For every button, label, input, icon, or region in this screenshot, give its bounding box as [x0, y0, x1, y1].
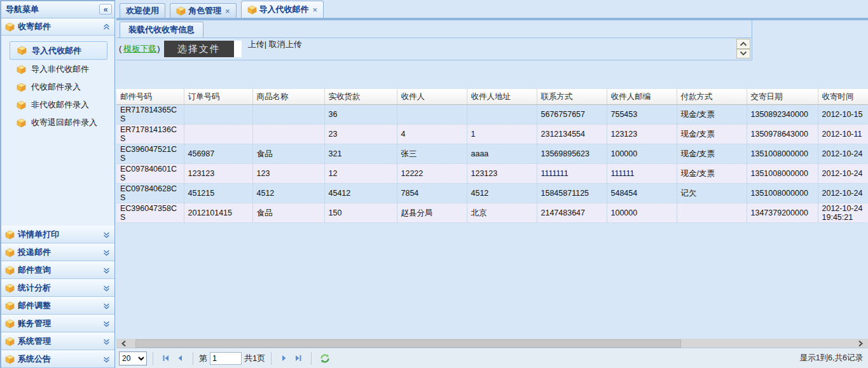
- subtab-load-collect-info[interactable]: 装载代收收寄信息: [120, 22, 203, 37]
- upload-panel-header: 装载代收收寄信息: [116, 20, 752, 38]
- table-cell: 36: [324, 105, 397, 125]
- tab-welcome[interactable]: 欢迎使用: [120, 3, 165, 18]
- table-cell: [252, 125, 324, 144]
- last-page-button[interactable]: [291, 353, 305, 364]
- table-cell: 现金/支票: [677, 125, 747, 144]
- next-page-button[interactable]: [277, 353, 291, 364]
- package-icon: [5, 230, 15, 240]
- table-cell: 5676757657: [537, 105, 607, 125]
- last-page-icon: [294, 354, 303, 362]
- choose-file-button[interactable]: 选择文件: [164, 41, 234, 57]
- column-header[interactable]: 商品名称: [252, 89, 324, 105]
- scrollbar-thumb[interactable]: [135, 339, 681, 348]
- tab-role-management[interactable]: 角色管理: [170, 3, 237, 18]
- sidebar-collapse-button[interactable]: «: [99, 4, 112, 15]
- pagination-bar: 20 第 共1页 显示1到6,共6记录: [116, 348, 868, 368]
- column-header[interactable]: 收件人地址: [467, 89, 537, 105]
- table-cell: 2312134554: [537, 125, 607, 144]
- table-row[interactable]: ER717814365CS365676757657755453现金/支票1350…: [116, 105, 868, 125]
- chevron-down-icon[interactable]: [102, 302, 111, 310]
- sidebar-section-mail-query[interactable]: 邮件查询: [1, 261, 114, 279]
- table-cell: 755453: [607, 105, 677, 125]
- template-download-link[interactable]: 模板下载: [123, 44, 156, 53]
- table-cell: 456987: [184, 144, 252, 164]
- table-row[interactable]: EC396047521CS456987食品321张三aaaa1356989562…: [116, 144, 868, 164]
- refresh-icon: [320, 353, 330, 364]
- column-header[interactable]: 实收货款: [324, 89, 397, 105]
- chevron-down-icon[interactable]: [102, 320, 111, 328]
- table-cell: 1350978643000: [747, 125, 818, 144]
- table-cell: 4512: [252, 184, 324, 203]
- package-icon: [5, 355, 15, 364]
- sidebar-item-label: 导入非代收邮件: [31, 64, 89, 75]
- chevron-down-icon[interactable]: [102, 249, 111, 257]
- sidebar-item-label: 非代收邮件录入: [31, 99, 89, 111]
- column-header[interactable]: 收寄时间: [818, 89, 868, 105]
- prev-page-button[interactable]: [173, 353, 187, 364]
- column-header[interactable]: 邮件号码: [116, 89, 184, 105]
- file-input-field[interactable]: 选择文件: [164, 41, 242, 57]
- table-cell: 现金/支票: [677, 144, 747, 164]
- table-cell: 北京: [467, 203, 537, 223]
- sidebar-item-import-collect-mail[interactable]: 导入代收邮件: [10, 41, 107, 60]
- spinner-down-button[interactable]: [736, 49, 750, 59]
- page-number-input[interactable]: [210, 352, 242, 365]
- column-header[interactable]: 付款方式: [677, 89, 747, 105]
- tab-import-collect-mail[interactable]: 导入代收邮件: [241, 1, 324, 18]
- table-cell: [184, 125, 252, 144]
- sidebar-section-system-mgmt[interactable]: 系统管理: [1, 332, 114, 350]
- upload-actions: 上传| 取消上传: [248, 39, 302, 60]
- package-icon: [5, 266, 15, 275]
- sidebar-section-account-mgmt[interactable]: 账务管理: [1, 315, 114, 332]
- table-row[interactable]: EC396047358CS2012101415食品150赵县分局北京214748…: [116, 203, 868, 223]
- column-header[interactable]: 收件人: [397, 89, 467, 105]
- chevron-down-icon[interactable]: [102, 355, 111, 364]
- cancel-upload-link[interactable]: 取消上传: [269, 39, 302, 49]
- close-icon[interactable]: [225, 6, 230, 16]
- table-cell: EC097840628CS: [116, 184, 184, 203]
- chevron-up-icon[interactable]: [102, 23, 111, 31]
- scroll-left-button[interactable]: [116, 339, 132, 348]
- column-header[interactable]: 订单号码: [184, 89, 252, 105]
- sidebar-section-system-notice[interactable]: 系统公告: [1, 350, 114, 368]
- sidebar-item-collect-mail-entry[interactable]: 代收邮件录入: [1, 78, 114, 96]
- chevron-down-icon[interactable]: [102, 266, 111, 275]
- sidebar-section-detail-print[interactable]: 详情单打印: [1, 226, 114, 243]
- table-row[interactable]: EC097840601CS123123123121222212312311111…: [116, 164, 868, 184]
- table-row[interactable]: ER717814136CS23412312134554123123现金/支票13…: [116, 125, 868, 144]
- upload-link[interactable]: 上传: [248, 39, 265, 49]
- package-icon: [5, 301, 15, 311]
- sidebar-item-return-mail-entry[interactable]: 收寄退回邮件录入: [1, 114, 114, 132]
- close-icon[interactable]: [313, 5, 318, 15]
- sidebar-item-noncollect-mail-entry[interactable]: 非代收邮件录入: [1, 96, 114, 114]
- package-icon: [17, 100, 26, 110]
- sidebar-section-statistics[interactable]: 统计分析: [1, 279, 114, 297]
- spinner: [736, 39, 750, 58]
- package-icon: [247, 5, 257, 15]
- refresh-button[interactable]: [317, 352, 333, 365]
- table-cell: 111111: [607, 164, 677, 184]
- table-cell: ER717814136CS: [116, 125, 184, 144]
- column-header[interactable]: 交寄日期: [747, 89, 818, 105]
- chevron-down-icon[interactable]: [102, 231, 111, 239]
- column-header[interactable]: 收件人邮编: [607, 89, 677, 105]
- sidebar-item-import-noncollect-mail[interactable]: 导入非代收邮件: [1, 60, 114, 78]
- sidebar-section-delivery-mail[interactable]: 投递邮件: [1, 243, 114, 261]
- page-size-select[interactable]: 20: [119, 351, 147, 365]
- package-icon: [17, 83, 26, 92]
- separator: [311, 352, 312, 365]
- table-row[interactable]: EC097840628CS451215451245412785445121584…: [116, 184, 868, 203]
- first-page-button[interactable]: [159, 353, 173, 364]
- scroll-right-button[interactable]: [853, 339, 868, 348]
- sidebar-section-shouji-mail[interactable]: 收寄邮件: [1, 18, 114, 36]
- table-cell: 1: [467, 125, 537, 144]
- spinner-up-button[interactable]: [736, 39, 750, 49]
- chevron-down-icon[interactable]: [102, 284, 111, 292]
- sidebar-section-mail-adjust[interactable]: 邮件调整: [1, 297, 114, 315]
- horizontal-scrollbar[interactable]: [116, 339, 868, 348]
- sidebar-item-label: 代收邮件录入: [31, 81, 81, 93]
- sidebar-section-label: 系统管理: [18, 336, 99, 347]
- chevron-down-icon[interactable]: [102, 337, 111, 346]
- column-header[interactable]: 联系方式: [537, 89, 607, 105]
- chevron-down-icon: [740, 51, 747, 56]
